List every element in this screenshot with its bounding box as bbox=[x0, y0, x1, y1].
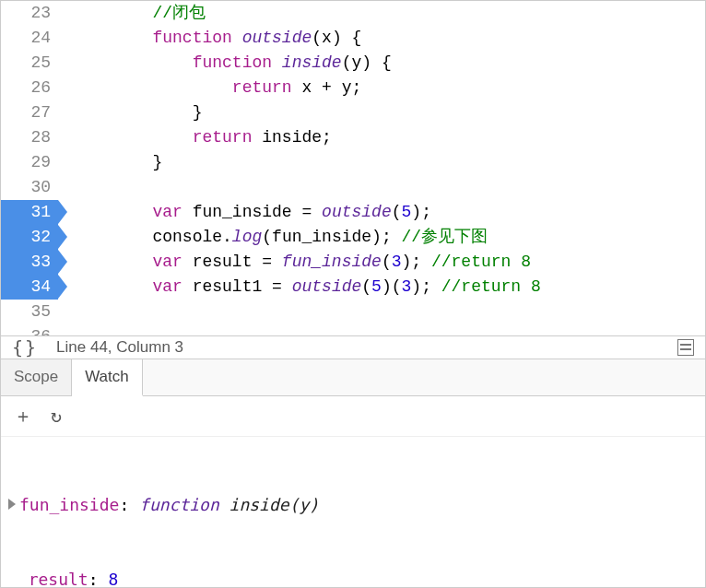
code-line[interactable]: 26 return x + y; bbox=[1, 76, 705, 100]
code-line[interactable]: 23 //闭包 bbox=[1, 1, 705, 26]
number: 3 bbox=[392, 253, 402, 271]
code-line[interactable]: 31 var fun_inside = outside(5); bbox=[1, 200, 705, 225]
function-name: outside bbox=[242, 29, 312, 47]
keyword: var bbox=[152, 253, 182, 271]
line-number[interactable]: 29 bbox=[1, 150, 58, 175]
number: 5 bbox=[371, 277, 382, 296]
line-number[interactable]: 35 bbox=[1, 300, 58, 324]
line-number[interactable]: 27 bbox=[1, 100, 58, 125]
line-number[interactable]: 36 bbox=[1, 324, 58, 335]
var-name: fun_inside bbox=[193, 203, 292, 221]
pretty-print-icon[interactable]: {} bbox=[12, 336, 38, 359]
method-call: log bbox=[232, 228, 262, 246]
comment: //return 8 bbox=[441, 277, 541, 296]
line-number[interactable]: 25 bbox=[1, 51, 58, 76]
param: y bbox=[351, 53, 361, 72]
var-name: result1 bbox=[193, 277, 263, 296]
watch-panel[interactable]: fun_inside: function inside(y) result: 8… bbox=[1, 437, 705, 588]
line-number[interactable]: 23 bbox=[1, 1, 58, 26]
expression: x + y; bbox=[301, 78, 361, 97]
disclosure-triangle-icon[interactable] bbox=[8, 499, 16, 510]
code-line[interactable]: 34 var result1 = outside(5)(3); //return… bbox=[1, 275, 705, 300]
function-name: inside bbox=[282, 53, 342, 72]
object: console bbox=[152, 228, 222, 246]
tab-scope[interactable]: Scope bbox=[1, 359, 72, 395]
breakpoint-line-number[interactable]: 34 bbox=[1, 275, 58, 300]
brace: } bbox=[152, 153, 162, 171]
line-number[interactable]: 30 bbox=[1, 175, 58, 200]
code-line[interactable]: 30 bbox=[1, 175, 705, 200]
code-line[interactable]: 27 } bbox=[1, 100, 705, 125]
function-call: fun_inside bbox=[282, 253, 382, 271]
param: x bbox=[322, 29, 332, 47]
cursor-position: Line 44, Column 3 bbox=[56, 338, 183, 357]
keyword: function bbox=[193, 53, 272, 72]
code-line[interactable]: 28 return inside; bbox=[1, 125, 705, 150]
watch-toolbar: ＋ ↻ bbox=[1, 396, 705, 437]
tab-watch[interactable]: Watch bbox=[72, 359, 143, 396]
number: 3 bbox=[402, 277, 412, 296]
keyword: var bbox=[152, 203, 182, 221]
function-signature: inside(y) bbox=[229, 495, 320, 514]
line-number[interactable]: 26 bbox=[1, 76, 58, 100]
watch-name: result bbox=[29, 570, 88, 588]
breakpoint-line-number[interactable]: 32 bbox=[1, 225, 58, 250]
watch-name: fun_inside bbox=[19, 495, 119, 514]
code-line[interactable]: 35 bbox=[1, 300, 705, 324]
watch-item[interactable]: fun_inside: function inside(y) bbox=[8, 492, 700, 517]
breakpoint-line-number[interactable]: 31 bbox=[1, 200, 58, 225]
brace: } bbox=[193, 103, 203, 122]
comment: //参见下图 bbox=[402, 228, 488, 246]
breakpoint-line-number[interactable]: 33 bbox=[1, 250, 58, 275]
function-call: outside bbox=[292, 277, 362, 296]
code-editor[interactable]: 23 //闭包 24 function outside(x) { 25 func… bbox=[1, 1, 705, 336]
drawer-toggle-icon[interactable] bbox=[677, 339, 694, 356]
line-number[interactable]: 28 bbox=[1, 125, 58, 150]
panel-tabs: Scope Watch bbox=[1, 359, 705, 396]
add-watch-button[interactable]: ＋ bbox=[14, 404, 32, 429]
keyword: function bbox=[152, 29, 231, 47]
code-line[interactable]: 24 function outside(x) { bbox=[1, 26, 705, 51]
keyword: return bbox=[232, 78, 292, 97]
number: 5 bbox=[402, 203, 412, 221]
function-keyword: function bbox=[139, 495, 219, 514]
var-name: result bbox=[193, 253, 253, 271]
keyword: return bbox=[193, 128, 253, 147]
line-number[interactable]: 24 bbox=[1, 26, 58, 51]
expression: inside; bbox=[262, 128, 332, 147]
comment: //闭包 bbox=[152, 4, 206, 22]
status-bar: {} Line 44, Column 3 bbox=[1, 336, 705, 359]
keyword: var bbox=[152, 277, 182, 296]
code-line[interactable]: 29 } bbox=[1, 150, 705, 175]
code-line[interactable]: 33 var result = fun_inside(3); //return … bbox=[1, 250, 705, 275]
code-line[interactable]: 32 console.log(fun_inside); //参见下图 bbox=[1, 225, 705, 250]
argument: fun_inside bbox=[272, 228, 371, 246]
watch-value: 8 bbox=[108, 570, 118, 588]
function-call: outside bbox=[322, 203, 392, 221]
watch-item[interactable]: result: 8 bbox=[8, 567, 700, 588]
code-line[interactable]: 25 function inside(y) { bbox=[1, 51, 705, 76]
comment: //return 8 bbox=[431, 253, 531, 271]
code-line[interactable]: 36 bbox=[1, 324, 705, 335]
refresh-watch-button[interactable]: ↻ bbox=[51, 405, 62, 428]
